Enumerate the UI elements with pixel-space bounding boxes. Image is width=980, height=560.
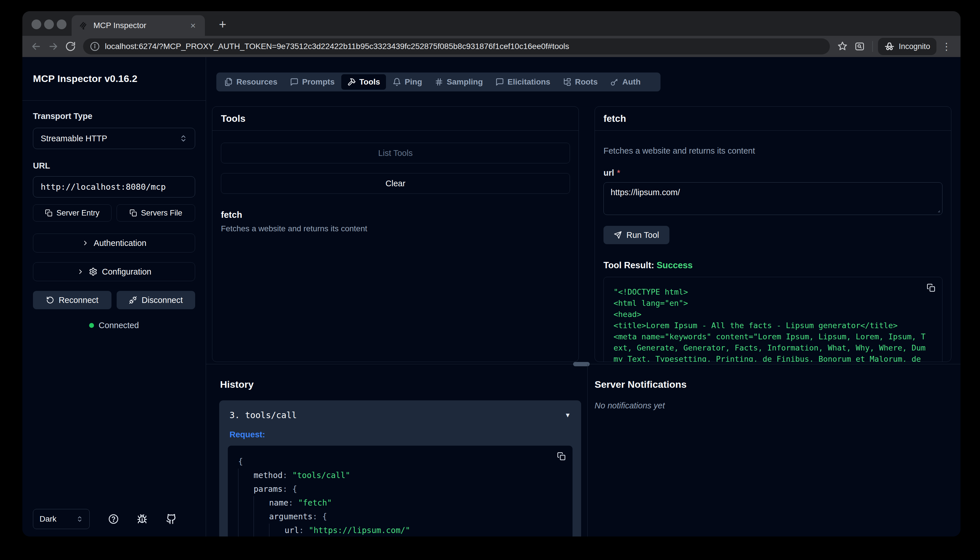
status-dot bbox=[89, 323, 94, 328]
tool-list-item[interactable]: fetch Fetches a website and returns its … bbox=[221, 210, 570, 233]
send-icon bbox=[614, 231, 622, 239]
tab-label: Tools bbox=[359, 77, 380, 87]
browser-menu-icon[interactable]: ⋮ bbox=[939, 41, 954, 52]
window-controls[interactable] bbox=[32, 20, 67, 29]
tab-ping[interactable]: Ping bbox=[386, 74, 428, 90]
close-window-button[interactable] bbox=[32, 20, 41, 29]
github-icon[interactable] bbox=[166, 513, 177, 525]
forward-icon[interactable] bbox=[46, 39, 61, 54]
tool-detail-title: fetch bbox=[595, 107, 951, 131]
tab-label: Elicitations bbox=[507, 77, 550, 87]
history-entry[interactable]: 3. tools/call ▼ bbox=[228, 408, 572, 422]
message-square-icon bbox=[496, 78, 504, 86]
notifications-empty-text: No notifications yet bbox=[595, 401, 665, 410]
request-json: {method: "tools/call"params: {name: "fet… bbox=[238, 455, 562, 537]
sidebar: MCP Inspector v0.16.2 Transport Type Str… bbox=[22, 57, 206, 537]
url-label: URL bbox=[33, 161, 195, 170]
minimize-window-button[interactable] bbox=[44, 20, 54, 29]
theme-value: Dark bbox=[40, 515, 57, 523]
disconnect-button[interactable]: Disconnect bbox=[116, 291, 195, 309]
mcp-favicon-icon bbox=[78, 21, 88, 30]
tab-tools[interactable]: Tools bbox=[341, 74, 386, 90]
servers-file-label: Servers File bbox=[141, 208, 182, 218]
gear-icon bbox=[89, 267, 97, 276]
browser-tab[interactable]: MCP Inspector × bbox=[72, 15, 205, 36]
sidebar-footer: Dark bbox=[33, 509, 195, 529]
configuration-label: Configuration bbox=[102, 267, 151, 277]
url-text: localhost:6274/?MCP_PROXY_AUTH_TOKEN=9e7… bbox=[105, 42, 569, 51]
copy-icon[interactable] bbox=[927, 283, 935, 292]
help-circle-icon[interactable] bbox=[108, 514, 119, 524]
configuration-expander[interactable]: Configuration bbox=[33, 262, 195, 281]
site-info-icon[interactable] bbox=[90, 42, 100, 51]
connection-status: Connected bbox=[33, 321, 195, 330]
back-icon[interactable] bbox=[29, 39, 43, 54]
tab-label: Resources bbox=[236, 77, 277, 87]
tab-label: Auth bbox=[622, 77, 641, 87]
resize-handle-icon[interactable] bbox=[935, 207, 940, 213]
transport-type-value: Streamable HTTP bbox=[41, 134, 180, 143]
list-tools-button[interactable]: List Tools bbox=[221, 143, 570, 163]
tab-prompts[interactable]: Prompts bbox=[284, 74, 341, 90]
tab-label: Roots bbox=[575, 77, 597, 87]
authentication-expander[interactable]: Authentication bbox=[33, 233, 195, 252]
key-icon bbox=[611, 78, 619, 86]
tab-elicitations[interactable]: Elicitations bbox=[489, 74, 556, 90]
server-url-input[interactable]: http://localhost:8080/mcp bbox=[33, 176, 195, 197]
copy-icon bbox=[45, 209, 52, 217]
tab-auth[interactable]: Auth bbox=[604, 74, 647, 90]
bell-icon bbox=[393, 78, 401, 86]
tab-close-icon[interactable]: × bbox=[188, 20, 198, 31]
copy-icon[interactable] bbox=[557, 452, 566, 460]
tool-result-status: Success bbox=[657, 260, 692, 270]
toolbar-divider bbox=[872, 41, 873, 52]
files-icon bbox=[225, 78, 233, 86]
tool-name: fetch bbox=[221, 210, 570, 220]
tab-roots[interactable]: Roots bbox=[557, 74, 604, 90]
incognito-badge: Incognito bbox=[878, 38, 937, 55]
server-entry-button[interactable]: Server Entry bbox=[33, 204, 111, 222]
collapse-triangle-icon[interactable]: ▼ bbox=[564, 412, 571, 419]
tool-result-label: Tool Result: bbox=[604, 260, 654, 270]
hash-icon bbox=[435, 78, 443, 86]
url-field-textarea[interactable]: https://lipsum.com/ bbox=[604, 182, 942, 215]
side-panel-search-icon[interactable] bbox=[852, 39, 867, 54]
transport-type-select[interactable]: Streamable HTTP bbox=[33, 128, 195, 149]
request-label: Request: bbox=[228, 430, 572, 439]
reload-icon[interactable] bbox=[63, 39, 78, 54]
new-tab-button[interactable]: + bbox=[215, 17, 230, 31]
url-field-label: url bbox=[604, 168, 614, 177]
chevrons-up-down-icon bbox=[180, 134, 187, 142]
chevron-right-icon bbox=[77, 268, 84, 275]
bookmark-star-icon[interactable] bbox=[835, 39, 850, 54]
tool-result-codeblock: "<!DOCTYPE html> <html lang="en"> <head>… bbox=[604, 277, 942, 362]
url-bar[interactable]: localhost:6274/?MCP_PROXY_AUTH_TOKEN=9e7… bbox=[83, 38, 830, 55]
maximize-window-button[interactable] bbox=[57, 20, 67, 29]
incognito-icon bbox=[884, 41, 895, 52]
bug-icon[interactable] bbox=[137, 514, 147, 524]
status-label: Connected bbox=[98, 321, 139, 330]
tools-panel: Tools List Tools Clear fetch Fetches a w… bbox=[212, 106, 579, 362]
hammer-icon bbox=[347, 78, 356, 86]
chevron-right-icon bbox=[82, 239, 89, 247]
tab-resources[interactable]: Resources bbox=[218, 74, 283, 90]
tab-sampling[interactable]: Sampling bbox=[429, 74, 489, 90]
rotate-ccw-icon bbox=[46, 296, 54, 304]
run-tool-button[interactable]: Run Tool bbox=[604, 226, 669, 244]
vertical-pane-divider[interactable] bbox=[587, 364, 588, 537]
required-asterisk: * bbox=[617, 168, 620, 177]
history-entry-label: 3. tools/call bbox=[230, 410, 297, 420]
history-card: 3. tools/call ▼ Request: {method: "tools… bbox=[219, 400, 581, 537]
server-notifications-title: Server Notifications bbox=[595, 379, 687, 390]
clear-tools-button[interactable]: Clear bbox=[221, 173, 570, 194]
theme-select[interactable]: Dark bbox=[33, 509, 90, 529]
transport-type-label: Transport Type bbox=[33, 112, 195, 121]
servers-file-button[interactable]: Servers File bbox=[116, 204, 195, 222]
reconnect-button[interactable]: Reconnect bbox=[33, 291, 111, 309]
app-title: MCP Inspector v0.16.2 bbox=[33, 73, 138, 84]
main-area: Resources Prompts Tools bbox=[206, 57, 960, 537]
authentication-label: Authentication bbox=[94, 238, 146, 248]
url-field-value: https://lipsum.com/ bbox=[611, 188, 680, 197]
unplug-icon bbox=[129, 296, 137, 304]
clear-label: Clear bbox=[385, 179, 405, 188]
